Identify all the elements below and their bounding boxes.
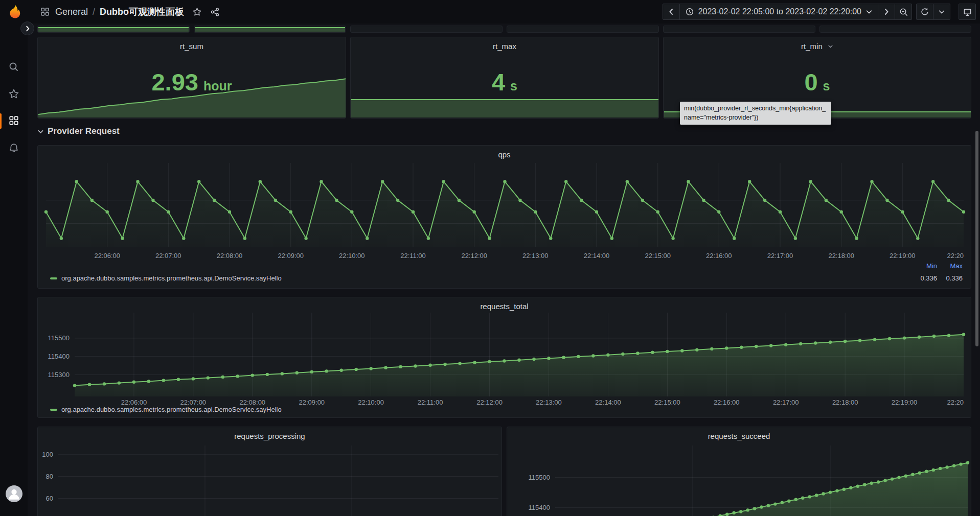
data-point (595, 210, 598, 214)
y-axis-label: 115500 (529, 474, 550, 481)
data-point (748, 180, 751, 183)
data-point (916, 237, 919, 240)
sidebar-item-search[interactable] (0, 57, 28, 77)
share-dashboard-button[interactable] (210, 7, 220, 17)
time-shift-back-button[interactable] (663, 4, 680, 20)
data-point (442, 180, 445, 183)
data-point (304, 237, 307, 240)
x-axis-label: 22:18:00 (832, 398, 858, 406)
data-point (228, 210, 231, 214)
data-point (517, 359, 520, 362)
left-sidebar: ? (0, 24, 28, 516)
data-point (918, 472, 921, 475)
legend-max-header[interactable]: Max (937, 262, 963, 270)
data-point (746, 508, 749, 511)
x-axis-label: 22:10:00 (339, 252, 365, 260)
star-dashboard-button[interactable] (192, 7, 202, 17)
data-point (671, 237, 674, 240)
data-point (739, 510, 742, 513)
requests-processing-chart[interactable]: 6080100 (38, 427, 502, 516)
series-name[interactable]: org.apache.dubbo.samples.metrics.prometh… (61, 406, 282, 413)
data-point (564, 180, 567, 183)
time-range-picker[interactable]: 2023-02-02 22:05:00 to 2023-02-02 22:20:… (679, 4, 878, 20)
breadcrumb-folder[interactable]: General (55, 7, 88, 17)
user-avatar[interactable] (6, 485, 22, 502)
x-axis-label: 22:12:00 (476, 398, 503, 406)
panel-title[interactable]: qps (38, 150, 971, 159)
panel-title[interactable]: rt_max (351, 42, 658, 51)
data-point (863, 483, 866, 486)
sidebar-item-alerting[interactable] (0, 137, 28, 157)
data-point (794, 237, 797, 240)
data-point (414, 364, 417, 367)
requests-succeed-chart[interactable]: 115400115500 (507, 427, 971, 516)
sidebar-expand-button[interactable] (20, 21, 34, 35)
time-shift-forward-button[interactable] (878, 4, 895, 20)
data-point (121, 237, 124, 240)
data-point (636, 351, 639, 355)
data-point (236, 374, 239, 378)
chevron-right-icon (882, 8, 891, 16)
series-name[interactable]: org.apache.dubbo.samples.metrics.prometh… (61, 274, 282, 282)
data-point (132, 381, 135, 384)
scrollbar-thumb[interactable] (975, 131, 978, 346)
data-point (167, 210, 170, 214)
stat-value: 4 s (351, 70, 658, 94)
panel-title[interactable]: rt_min (664, 42, 971, 51)
panel-title[interactable]: requests_total (38, 302, 971, 311)
x-axis-label: 22:06:00 (94, 252, 120, 260)
stat-panel-rt-sum: rt_sum 2.93 hour (37, 37, 346, 119)
data-point (858, 339, 861, 342)
top-nav: General / Dubbo可观测性面板 2023-02-02 22:05:0… (0, 0, 980, 24)
data-point (883, 479, 886, 482)
cutoff-panel (507, 26, 659, 33)
stat-panel-rt-max: rt_max 4 s (350, 37, 659, 119)
x-axis-label: 22:13:00 (522, 252, 549, 260)
data-point (396, 199, 399, 202)
data-point (73, 384, 76, 387)
y-axis-label: 115400 (529, 504, 550, 511)
stat-value: 0 s (664, 70, 971, 94)
sparkline-area (351, 100, 659, 118)
data-point (518, 199, 521, 202)
data-point (412, 210, 415, 214)
sidebar-item-starred[interactable] (0, 84, 28, 104)
data-point (151, 199, 154, 202)
data-point (945, 465, 948, 468)
data-point (911, 473, 914, 476)
requests-total-chart[interactable]: 11530011540011550022:06:0022:07:0022:08:… (38, 297, 971, 417)
kiosk-mode-button[interactable] (959, 4, 976, 20)
data-point (966, 461, 969, 464)
cutoff-panel (663, 26, 815, 33)
data-point (458, 199, 461, 202)
panel-title[interactable]: requests_processing (38, 432, 502, 440)
time-zoom-out-button[interactable] (895, 4, 912, 20)
data-point (888, 337, 891, 340)
legend-min-value: 0.336 (911, 274, 937, 282)
legend-min-header[interactable]: Min (911, 262, 937, 270)
data-point (213, 199, 216, 202)
dashboards-grid-icon (8, 115, 19, 126)
sidebar-item-dashboards[interactable] (0, 110, 28, 131)
data-point (207, 376, 210, 379)
data-point (687, 180, 690, 183)
data-point (840, 210, 843, 214)
legend-max-value: 0.336 (937, 274, 963, 282)
time-range-text: 2023-02-02 22:05:00 to 2023-02-02 22:20:… (698, 7, 861, 16)
chevron-down-icon (865, 8, 873, 15)
data-point (355, 368, 358, 371)
x-axis-label: 22:09:00 (278, 252, 304, 260)
refresh-button[interactable] (916, 4, 933, 20)
y-axis-label: 100 (42, 451, 53, 458)
panel-title[interactable]: requests_succeed (507, 432, 971, 440)
refresh-interval-dropdown[interactable] (933, 4, 950, 20)
data-point (310, 370, 313, 373)
panel-menu-chevron-icon[interactable] (826, 42, 833, 51)
data-point (384, 366, 387, 369)
data-point (925, 470, 928, 473)
panel-title[interactable]: rt_sum (38, 42, 346, 51)
data-point (781, 501, 784, 504)
data-point (221, 376, 224, 379)
row-provider-request[interactable]: Provider Request (37, 126, 120, 136)
grafana-logo-icon[interactable] (8, 5, 21, 19)
